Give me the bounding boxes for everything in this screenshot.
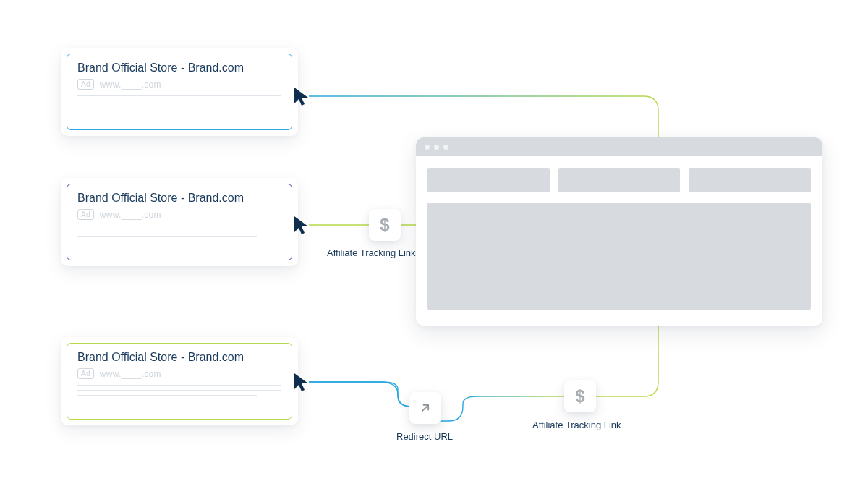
ad-badge: Ad	[77, 79, 94, 90]
ad-title: Brand Official Store - Brand.com	[77, 61, 281, 75]
ad-card-2-inner: Brand Official Store - Brand.com Ad www.…	[67, 184, 292, 260]
browser-nav-block	[689, 168, 811, 192]
window-dot-icon	[434, 145, 439, 150]
window-dot-icon	[425, 145, 430, 150]
browser-titlebar	[416, 137, 822, 156]
ad-card-1-inner: Brand Official Store - Brand.com Ad www.…	[67, 54, 292, 130]
browser-body	[416, 156, 822, 321]
ad-subrow: Ad www.____.com	[77, 209, 281, 220]
browser-window	[416, 137, 822, 326]
ad-placeholder-lines	[77, 385, 281, 396]
window-dot-icon	[443, 145, 448, 150]
ad-title: Brand Official Store - Brand.com	[77, 192, 281, 205]
ad-badge: Ad	[77, 368, 94, 379]
ad-subrow: Ad www.____.com	[77, 79, 281, 90]
ad-card-3: Brand Official Store - Brand.com Ad www.…	[61, 337, 298, 425]
affiliate-link-icon-box-1: $	[369, 209, 401, 241]
ad-url: www.____.com	[100, 80, 161, 90]
browser-nav-row	[427, 168, 811, 192]
redirect-url-icon-box	[409, 392, 441, 424]
diagram-canvas: Brand Official Store - Brand.com Ad www.…	[0, 0, 868, 489]
ad-card-1: Brand Official Store - Brand.com Ad www.…	[61, 48, 298, 136]
ad-url: www.____.com	[100, 210, 161, 220]
affiliate-link-label-2: Affiliate Tracking Link	[532, 420, 621, 430]
ad-subrow: Ad www.____.com	[77, 368, 281, 379]
redirect-url-label: Redirect URL	[396, 431, 453, 442]
ad-card-3-inner: Brand Official Store - Brand.com Ad www.…	[67, 343, 292, 420]
dollar-icon: $	[575, 386, 584, 407]
ad-placeholder-lines	[77, 226, 281, 237]
browser-hero-block	[427, 203, 811, 310]
ad-title: Brand Official Store - Brand.com	[77, 351, 281, 364]
browser-nav-block	[558, 168, 681, 192]
redirect-arrow-icon	[418, 401, 433, 415]
cursor-icon	[292, 214, 315, 237]
ad-placeholder-lines	[77, 95, 281, 106]
browser-nav-block	[427, 168, 550, 192]
cursor-icon	[292, 371, 315, 394]
dollar-icon: $	[380, 215, 389, 235]
affiliate-link-icon-box-2: $	[564, 380, 596, 412]
affiliate-link-label-1: Affiliate Tracking Link	[327, 247, 416, 258]
cursor-icon	[292, 85, 315, 109]
ad-url: www.____.com	[100, 369, 161, 379]
ad-badge: Ad	[77, 209, 94, 220]
ad-card-2: Brand Official Store - Brand.com Ad www.…	[61, 178, 298, 266]
